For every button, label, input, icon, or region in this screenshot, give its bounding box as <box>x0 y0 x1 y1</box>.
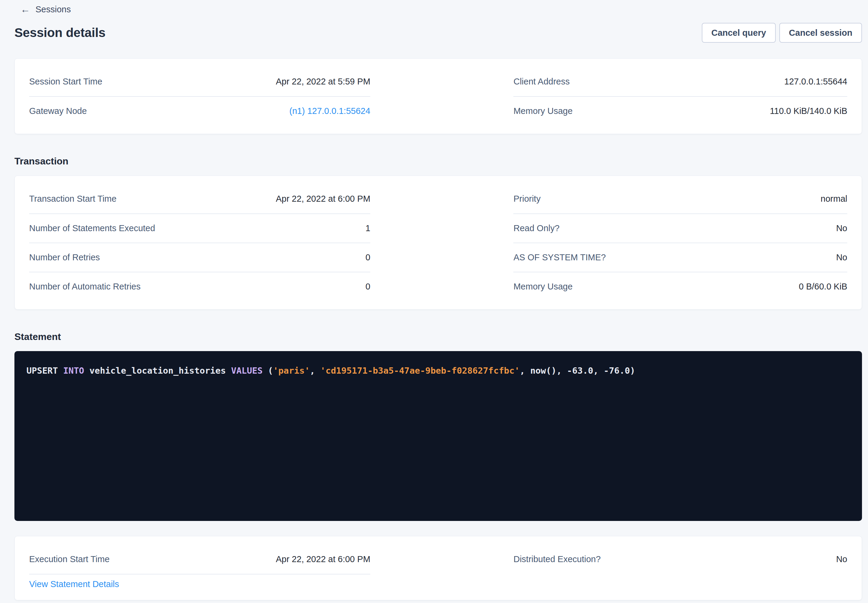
header-actions: Cancel query Cancel session <box>702 23 862 43</box>
page-header: Session details Cancel query Cancel sess… <box>14 23 862 43</box>
as-of-system-time-label: AS OF SYSTEM TIME? <box>513 252 605 263</box>
automatic-retries-value: 0 <box>366 281 370 292</box>
transaction-memory-usage-label: Memory Usage <box>513 281 573 292</box>
back-breadcrumb-sessions[interactable]: ← Sessions <box>20 4 71 14</box>
statements-executed-value: 1 <box>366 223 370 233</box>
back-arrow-icon: ← <box>20 5 30 14</box>
distributed-execution-value: No <box>836 554 847 564</box>
client-address-label: Client Address <box>513 77 570 87</box>
sql-string-token: 'paris' <box>273 365 310 376</box>
execution-start-time-value: Apr 22, 2022 at 6:00 PM <box>276 554 370 564</box>
session-start-time-label: Session Start Time <box>29 77 102 87</box>
transaction-start-time-row: Transaction Start Time Apr 22, 2022 at 6… <box>29 184 370 213</box>
session-details-page: ← Sessions Session details Cancel query … <box>0 0 868 600</box>
read-only-label: Read Only? <box>513 223 559 233</box>
sql-token: UPSERT <box>26 365 63 376</box>
retries-row: Number of Retries 0 <box>29 243 370 272</box>
transaction-start-time-label: Transaction Start Time <box>29 194 117 204</box>
page-title: Session details <box>14 26 105 40</box>
read-only-row: Read Only? No <box>513 213 847 243</box>
execution-card-left-column: Execution Start Time Apr 22, 2022 at 6:0… <box>29 545 370 592</box>
session-memory-usage-row: Memory Usage 110.0 KiB/140.0 KiB <box>513 96 847 125</box>
statements-executed-row: Number of Statements Executed 1 <box>29 213 370 243</box>
statements-executed-label: Number of Statements Executed <box>29 223 155 233</box>
view-statement-details-link[interactable]: View Statement Details <box>29 579 119 589</box>
priority-label: Priority <box>513 194 541 204</box>
sql-token: vehicle_location_histories <box>84 365 231 376</box>
session-start-time-value: Apr 22, 2022 at 5:59 PM <box>276 77 370 87</box>
breadcrumb-label: Sessions <box>36 5 71 14</box>
sql-token: ( <box>263 365 273 376</box>
read-only-value: No <box>836 223 847 233</box>
transaction-memory-usage-row: Memory Usage 0 B/60.0 KiB <box>513 272 847 301</box>
transaction-summary-card: Transaction Start Time Apr 22, 2022 at 6… <box>14 176 862 309</box>
execution-summary-card: Execution Start Time Apr 22, 2022 at 6:0… <box>14 536 862 600</box>
session-summary-card: Session Start Time Apr 22, 2022 at 5:59 … <box>14 58 862 134</box>
automatic-retries-row: Number of Automatic Retries 0 <box>29 272 370 301</box>
session-card-right-column: Client Address 127.0.0.1:55644 Memory Us… <box>513 67 847 125</box>
session-memory-usage-label: Memory Usage <box>513 106 573 116</box>
execution-card-right-column: Distributed Execution? No <box>513 545 847 592</box>
statement-section-title: Statement <box>14 331 862 342</box>
gateway-node-label: Gateway Node <box>29 106 87 116</box>
client-address-row: Client Address 127.0.0.1:55644 <box>513 67 847 96</box>
automatic-retries-label: Number of Automatic Retries <box>29 281 141 292</box>
retries-value: 0 <box>366 252 370 263</box>
transaction-start-time-value: Apr 22, 2022 at 6:00 PM <box>276 194 370 204</box>
priority-row: Priority normal <box>513 184 847 213</box>
sql-keyword-token: INTO <box>63 365 84 376</box>
session-card-left-column: Session Start Time Apr 22, 2022 at 5:59 … <box>29 67 370 125</box>
session-start-time-row: Session Start Time Apr 22, 2022 at 5:59 … <box>29 67 370 96</box>
execution-start-time-label: Execution Start Time <box>29 554 110 564</box>
gateway-node-link[interactable]: (n1) 127.0.0.1:55624 <box>289 106 370 116</box>
retries-label: Number of Retries <box>29 252 100 263</box>
transaction-card-left-column: Transaction Start Time Apr 22, 2022 at 6… <box>29 184 370 301</box>
sql-string-token: 'cd195171-b3a5-47ae-9beb-f028627fcfbc' <box>320 365 520 376</box>
view-statement-details-row: View Statement Details <box>29 574 370 592</box>
client-address-value: 127.0.0.1:55644 <box>784 77 847 87</box>
transaction-memory-usage-value: 0 B/60.0 KiB <box>799 281 847 292</box>
distributed-execution-label: Distributed Execution? <box>513 554 601 564</box>
priority-value: normal <box>820 194 847 204</box>
gateway-node-row: Gateway Node (n1) 127.0.0.1:55624 <box>29 96 370 125</box>
cancel-session-button[interactable]: Cancel session <box>779 23 862 43</box>
session-memory-usage-value: 110.0 KiB/140.0 KiB <box>770 106 847 116</box>
as-of-system-time-value: No <box>836 252 847 263</box>
sql-token: , now(), -63.0, -76.0) <box>520 365 635 376</box>
sql-keyword-token: VALUES <box>231 365 263 376</box>
as-of-system-time-row: AS OF SYSTEM TIME? No <box>513 243 847 272</box>
execution-start-time-row: Execution Start Time Apr 22, 2022 at 6:0… <box>29 545 370 574</box>
cancel-query-button[interactable]: Cancel query <box>702 23 776 43</box>
statement-code-block: UPSERT INTO vehicle_location_histories V… <box>14 351 862 521</box>
distributed-execution-row: Distributed Execution? No <box>513 545 847 574</box>
transaction-card-right-column: Priority normal Read Only? No AS OF SYST… <box>513 184 847 301</box>
transaction-section-title: Transaction <box>14 156 862 167</box>
sql-token: , <box>310 365 320 376</box>
